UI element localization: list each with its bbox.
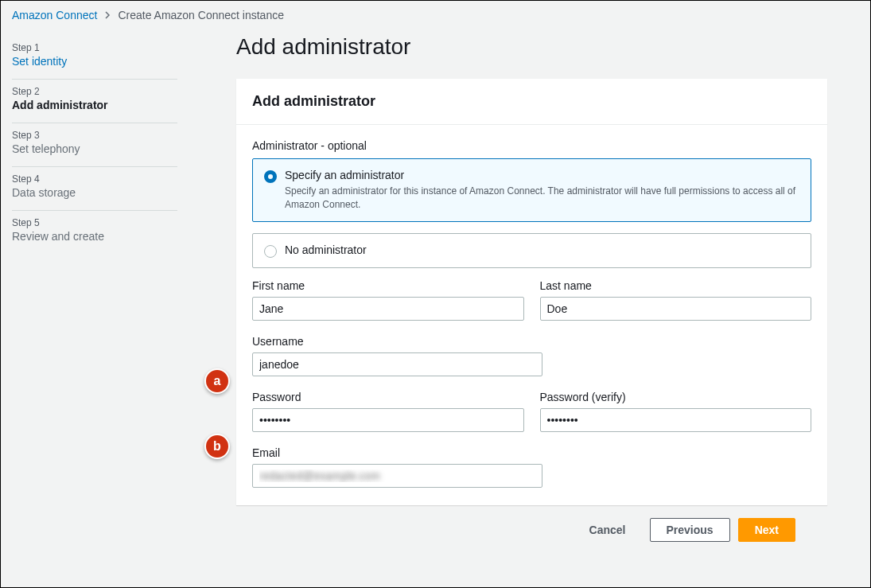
breadcrumb-current: Create Amazon Connect instance (118, 9, 284, 21)
password-verify-label: Password (verify) (540, 391, 812, 403)
username-field[interactable] (252, 352, 542, 376)
radio-title: Specify an administrator (285, 169, 799, 181)
step-title: Add administrator (12, 99, 177, 111)
cancel-button[interactable]: Cancel (574, 519, 642, 541)
admin-panel: Add administrator Administrator - option… (236, 79, 827, 505)
panel-header: Add administrator (236, 79, 827, 125)
step-number: Step 5 (12, 217, 177, 228)
last-name-label: Last name (540, 279, 812, 292)
username-label: Username (252, 335, 542, 348)
breadcrumb: Amazon Connect Create Amazon Connect ins… (1, 1, 870, 28)
sidebar-step-administrator[interactable]: Step 2 Add administrator (12, 80, 177, 123)
breadcrumb-root-link[interactable]: Amazon Connect (12, 9, 97, 21)
password-label: Password (252, 391, 524, 403)
first-name-label: First name (252, 279, 524, 292)
step-number: Step 3 (12, 130, 177, 141)
section-label: Administrator - optional (252, 139, 811, 152)
radio-icon (264, 245, 277, 258)
password-field[interactable] (252, 408, 524, 432)
radio-title: No administrator (285, 243, 367, 256)
wizard-footer: Cancel Previous Next (236, 505, 827, 542)
step-number: Step 1 (12, 42, 177, 53)
step-number: Step 4 (12, 173, 177, 185)
annotation-marker-b: b (204, 434, 230, 459)
step-title: Review and create (12, 230, 177, 243)
wizard-sidebar: Step 1 Set identity Step 2 Add administr… (12, 28, 189, 558)
last-name-field[interactable] (540, 297, 812, 321)
email-field[interactable] (252, 464, 542, 488)
radio-icon (264, 170, 277, 183)
next-button[interactable]: Next (738, 518, 795, 542)
radio-description: Specify an administrator for this instan… (285, 185, 799, 212)
page-title: Add administrator (236, 34, 827, 60)
annotation-marker-a: a (204, 368, 230, 394)
step-number: Step 2 (12, 86, 177, 97)
previous-button[interactable]: Previous (650, 518, 730, 542)
step-title: Data storage (12, 186, 177, 199)
password-verify-field[interactable] (540, 408, 812, 432)
radio-no-admin[interactable]: No administrator (252, 233, 811, 268)
email-label: Email (252, 446, 542, 459)
chevron-right-icon (103, 9, 111, 21)
step-title: Set identity (12, 55, 177, 68)
first-name-field[interactable] (252, 297, 524, 321)
sidebar-step-identity[interactable]: Step 1 Set identity (12, 36, 177, 80)
sidebar-step-review[interactable]: Step 5 Review and create (12, 211, 177, 254)
sidebar-step-data-storage[interactable]: Step 4 Data storage (12, 167, 177, 211)
step-title: Set telephony (12, 142, 177, 155)
sidebar-step-telephony[interactable]: Step 3 Set telephony (12, 123, 177, 167)
radio-specify-admin[interactable]: Specify an administrator Specify an admi… (252, 158, 811, 222)
